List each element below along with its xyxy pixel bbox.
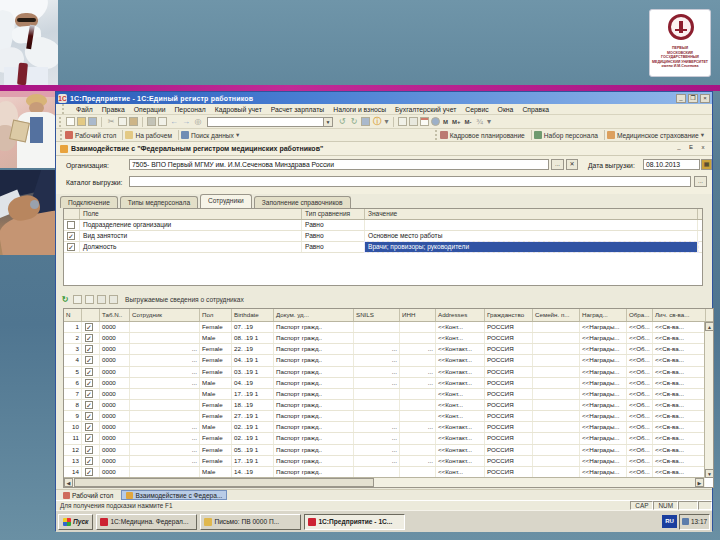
filter-col-2[interactable]: Тип сравнения [302,209,365,219]
checkbox-checked[interactable]: ✓ [85,345,93,353]
menu-6[interactable]: Налоги и взносы [333,106,386,113]
checkbox-unchecked[interactable] [67,221,75,229]
emp-col-4[interactable]: Пол [200,309,232,321]
employee-row[interactable]: 6✓0000...Male04. .19Паспорт гражд.......… [64,378,713,389]
date-input[interactable]: 08.10.2013 [643,159,700,170]
checkbox-checked[interactable]: ✓ [85,434,93,442]
menu-4[interactable]: Кадровый учет [215,106,262,113]
language-indicator[interactable]: RU [662,515,677,528]
filter-col-0[interactable] [64,209,80,219]
emp-col-11[interactable]: Семейн. п... [533,309,580,321]
refresh-left-icon[interactable]: ↺ [337,117,347,127]
employee-row[interactable]: 7✓0000Male17. .19 1Паспорт гражд..<<Конт… [64,389,713,400]
memory-button-1[interactable]: М+ [452,119,461,125]
start-button[interactable]: Пуск [58,514,93,530]
close-button[interactable]: × [700,94,710,103]
checkbox-checked[interactable]: ✓ [85,334,93,342]
employee-row[interactable]: 3✓0000...Female22. .19Паспорт гражд.....… [64,344,713,355]
panel-button-1[interactable]: На рабочем [125,131,172,139]
employee-row[interactable]: 4✓0000...Female04. .19 1Паспорт гражд...… [64,355,713,366]
scroll-up-icon[interactable]: ▲ [705,322,714,331]
open-folder-icon[interactable] [77,117,86,126]
checkbox-checked[interactable]: ✓ [85,390,93,398]
menu-3[interactable]: Персонал [174,106,205,113]
minimize-button[interactable]: _ [676,94,686,103]
emp-col-13[interactable]: Обра... [627,309,653,321]
scroll-left-icon[interactable]: ◀ [64,478,73,487]
checkbox-checked[interactable]: ✓ [85,457,93,465]
emp-col-5[interactable]: Birthdate [232,309,274,321]
refresh-icon[interactable]: ↻ [60,295,70,305]
menu-0[interactable]: Файл [76,106,93,113]
form-close-button[interactable]: x [698,144,708,153]
emp-col-12[interactable]: Наград... [580,309,627,321]
employee-row[interactable]: 10✓0000...Male02. .19 1Паспорт гражд....… [64,422,713,433]
employee-row[interactable]: 8✓0000Female18. .19Паспорт гражд..<<Конт… [64,400,713,411]
tab-2[interactable]: Сотрудники [200,194,252,208]
org-select-button[interactable]: ... [551,159,564,170]
search-icon[interactable]: ◎ [193,117,203,127]
memory-button-2[interactable]: М- [465,119,472,125]
checkbox-checked[interactable]: ✓ [67,243,75,251]
panel-right-button-2[interactable]: Медицинское страхование▾ [607,131,704,139]
tab-1[interactable]: Типы медперсонала [120,196,198,208]
checkbox-checked[interactable]: ✓ [85,401,93,409]
catalog-input[interactable] [129,176,691,187]
set-flags-icon[interactable] [97,295,106,304]
info-drop-icon[interactable]: ▾ [384,117,389,127]
menu-8[interactable]: Сервис [465,106,488,113]
employee-row[interactable]: 1✓0000Female07. .19Паспорт гражд..<<Конт… [64,322,713,333]
emp-col-2[interactable]: Таб.N.. [100,309,130,321]
check-all-icon[interactable] [73,295,82,304]
emp-col-9[interactable]: Addresses [436,309,485,321]
filter-row[interactable]: Подразделение организацииРавно [64,220,702,231]
employee-row[interactable]: 9✓0000Female27. .19 1Паспорт гражд..<<Ко… [64,411,713,422]
forward-icon[interactable]: → [181,117,191,127]
panel-right-button-0[interactable]: Кадровое планирование [440,131,525,139]
emp-col-0[interactable]: N [64,309,82,321]
new-document-icon[interactable] [66,117,75,126]
calendar-icon[interactable] [420,117,429,126]
filter-col-1[interactable]: Поле [80,209,302,219]
window1-icon[interactable] [398,117,407,126]
menu-1[interactable]: Правка [102,106,125,113]
emp-col-3[interactable]: Сотрудник [130,309,200,321]
catalog-select-button[interactable]: ... [694,176,707,187]
tray-icon[interactable] [682,518,689,525]
emp-col-6[interactable]: Докум. уд... [274,309,354,321]
menu-2[interactable]: Операции [134,106,166,113]
back-icon[interactable]: ← [169,117,179,127]
filter-row[interactable]: ✓ДолжностьРавноВрачи; провизоры; руковод… [64,242,702,253]
org-input[interactable]: 7505- ВПО Первый МГМУ им. И.М.Сеченова М… [129,159,549,170]
emp-col-1[interactable] [82,309,100,321]
scroll-right-icon[interactable]: ▶ [695,478,704,487]
employee-row[interactable]: 13✓0000...Female17. .19 1Паспорт гражд..… [64,456,713,467]
cut-icon[interactable]: ✂ [106,117,116,127]
employee-row[interactable]: 2✓0000Male08. .19 1Паспорт гражд..<<Конт… [64,333,713,344]
search-combobox[interactable]: ▼ [207,117,333,127]
save-icon[interactable] [88,117,97,126]
vertical-scrollbar[interactable]: ▲▼ [704,322,713,478]
filter-off-icon[interactable] [109,295,118,304]
print-icon[interactable] [147,117,156,126]
employee-row[interactable]: 5✓0000...Female03. .19 1Паспорт гражд...… [64,367,713,378]
taskbar-task-2[interactable]: 1С:Предприятие - 1С... [304,514,405,530]
checkbox-checked[interactable]: ✓ [85,423,93,431]
emp-col-7[interactable]: SNILS [354,309,400,321]
emp-col-14[interactable]: Лич. св-ва... [653,309,706,321]
memory-button-0[interactable]: М [443,119,448,125]
org-clear-button[interactable]: ✕ [566,159,578,170]
checkbox-checked[interactable]: ✓ [85,356,93,364]
checkbox-checked[interactable]: ✓ [85,368,93,376]
filter-col-3[interactable]: Значение [365,209,698,219]
restore-button[interactable]: ❐ [688,94,698,103]
checkbox-checked[interactable]: ✓ [85,412,93,420]
emp-col-10[interactable]: Гражданство [485,309,533,321]
panel-right-button-1[interactable]: Набор персонала [534,131,598,139]
mdi-tab-0[interactable]: Рабочий стол [59,490,117,500]
percent-icon[interactable]: ¾ [475,117,485,127]
paste-icon[interactable] [129,117,138,126]
checkbox-checked[interactable]: ✓ [85,323,93,331]
taskbar-task-0[interactable]: 1С:Медицина. Федерал... [96,514,197,530]
panel-button-0[interactable]: Рабочий стол [65,131,116,139]
